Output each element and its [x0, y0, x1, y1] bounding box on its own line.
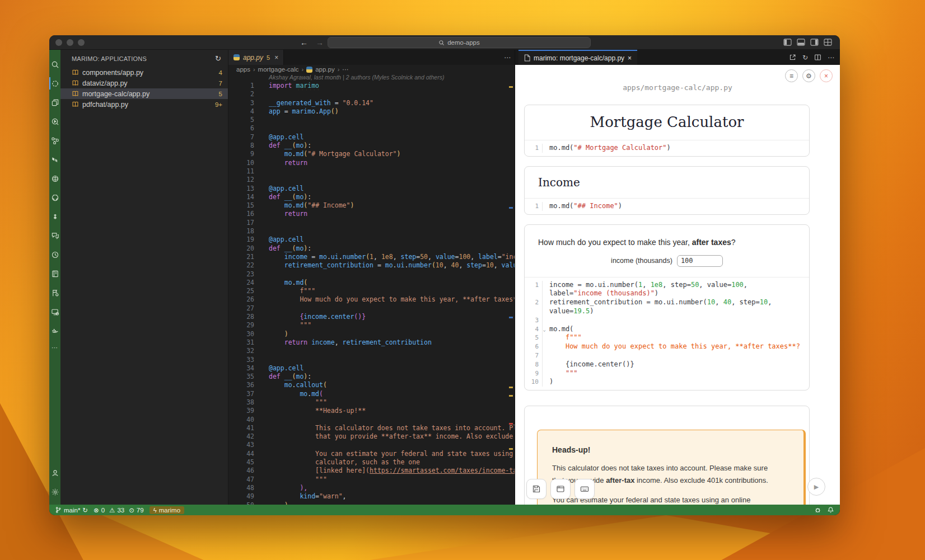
code-editor[interactable]: 1import marimo23__generated_with = "0.0.…	[228, 82, 515, 505]
code-line: 31 return income, retirement_contributio…	[228, 338, 515, 347]
menu-icon: ≡	[789, 72, 793, 80]
code-line: 18	[228, 227, 515, 236]
breadcrumb-item[interactable]: ⋯	[342, 65, 349, 73]
run-preview-icon[interactable]	[49, 112, 60, 131]
cell-card-title[interactable]: Mortgage Calculator 1mo.md("# Mortgage C…	[524, 105, 810, 157]
settings-gear-icon[interactable]	[49, 482, 60, 501]
bolt-icon: ϟ	[153, 507, 157, 514]
run-all-button[interactable]: ▶	[807, 478, 825, 496]
toggle-panel-icon[interactable]	[797, 39, 805, 46]
code-line: 19@app.cell	[228, 236, 515, 244]
code-line: 10 return	[228, 159, 515, 167]
dropbox-icon[interactable]	[49, 207, 60, 226]
activity-bar: ⋯	[49, 50, 60, 505]
customize-layout-icon[interactable]	[824, 39, 832, 46]
settings-button[interactable]: ⚙	[802, 69, 815, 82]
command-center-search[interactable]: demo-apps	[328, 37, 591, 48]
open-external-icon[interactable]	[789, 54, 796, 61]
code-line: 22 retirement_contribution = mo.ui.numbe…	[228, 261, 515, 270]
problems-item[interactable]: ⊗ 0 ⚠ 33 ⊙ 79	[94, 506, 144, 514]
testing-flag-icon[interactable]	[49, 283, 60, 302]
tab-marimo-webview[interactable]: marimo: mortgage-calc/app.py ×	[518, 50, 637, 65]
toggle-secondary-sidebar-icon[interactable]	[810, 39, 819, 46]
warning-mark	[509, 86, 513, 88]
keyboard-shortcuts-button[interactable]	[574, 479, 595, 499]
menu-button[interactable]: ≡	[785, 69, 798, 82]
open-in-browser-button[interactable]	[550, 479, 571, 499]
breadcrumb-item[interactable]: app.py	[315, 66, 335, 73]
callout-title: Heads-up!	[552, 445, 789, 454]
breadcrumb[interactable]: apps › mortgage-calc › app.py › ⋯	[228, 65, 515, 74]
marimo-extension-icon[interactable]	[49, 74, 60, 93]
toggle-sidebar-icon[interactable]	[783, 39, 792, 46]
minimize-window-button[interactable]	[67, 39, 73, 46]
code-line: 29 """	[228, 321, 515, 330]
remote-monitor-icon[interactable]	[49, 302, 60, 321]
cell-code[interactable]: 1mo.md("## Income")	[525, 198, 809, 214]
income-number-input[interactable]	[677, 255, 723, 267]
refresh-icon[interactable]: ↻	[215, 54, 221, 63]
close-window-button[interactable]	[55, 39, 62, 46]
code-line: 13@app.cell	[228, 185, 515, 193]
notifications-bell-icon[interactable]	[827, 506, 834, 514]
code-line: 44 You can estimate your federal and sta…	[228, 450, 515, 458]
account-icon[interactable]	[49, 463, 60, 482]
code-line: 1import marimo	[228, 82, 515, 90]
code-line: 45 calculator, such as the one	[228, 458, 515, 467]
history-clock-icon[interactable]	[49, 245, 60, 264]
split-editor-icon[interactable]	[814, 54, 821, 61]
more-views-icon[interactable]: ⋯	[52, 340, 58, 355]
history-forward-button[interactable]: →	[316, 38, 324, 47]
notebook-icon[interactable]	[49, 264, 60, 283]
code-line: 20def __(mo):	[228, 244, 515, 253]
history-back-button[interactable]: ←	[300, 38, 308, 47]
notebook-h1: Mortgage Calculator	[525, 105, 809, 140]
code-line: 36 mo.callout(	[228, 381, 515, 389]
editor-actions-more-icon[interactable]: ⋯	[504, 50, 511, 65]
symbols-icon[interactable]	[49, 131, 60, 150]
more-actions-icon[interactable]: ⋯	[828, 54, 834, 62]
cell-code[interactable]: 1mo.md("# Mortgage Calculator")	[525, 140, 809, 156]
fold-chevron-icon[interactable]: ⌄	[543, 326, 546, 335]
code-line: 28 {income.center()}	[228, 313, 515, 321]
sidebar-item-components[interactable]: components/app.py 4	[60, 67, 228, 78]
comments-icon[interactable]	[49, 226, 60, 245]
shutdown-button[interactable]: ×	[820, 69, 833, 82]
globe-icon[interactable]	[49, 169, 60, 188]
github-icon[interactable]	[49, 188, 60, 207]
terraform-icon[interactable]	[49, 150, 60, 169]
refresh-icon[interactable]: ↻	[802, 54, 808, 62]
breadcrumb-item[interactable]: apps	[236, 66, 250, 73]
save-button[interactable]	[526, 479, 546, 499]
code-line: 16 return	[228, 210, 515, 218]
cell-code[interactable]: 1income = mo.ui.number(1, 1e8, step=50, …	[525, 277, 809, 390]
breadcrumb-item[interactable]: mortgage-calc	[258, 66, 299, 73]
search-icon	[438, 40, 445, 46]
search-icon[interactable]	[49, 55, 60, 74]
maximize-window-button[interactable]	[78, 39, 85, 46]
file-name: dataviz/app.py	[82, 79, 216, 87]
gear-icon: ⚙	[806, 72, 812, 80]
cell-card-income[interactable]: Income 1mo.md("## Income")	[524, 166, 810, 215]
tab-app-py[interactable]: app.py 5 ×	[228, 50, 284, 65]
code-line: 23	[228, 270, 515, 279]
breadcrumb-separator-icon: ›	[301, 66, 303, 73]
debug-bug-icon[interactable]	[814, 506, 821, 514]
cell-card-income-form[interactable]: How much do you expect to make this year…	[524, 224, 810, 391]
play-icon: ▶	[814, 483, 819, 491]
git-blame-annotation: Akshay Agrawal, last month | 2 authors (…	[228, 74, 515, 82]
close-tab-icon[interactable]: ×	[628, 54, 632, 62]
sync-icon[interactable]: ↻	[82, 506, 88, 514]
docker-icon[interactable]	[49, 321, 60, 340]
sidebar-item-mortgage-calc[interactable]: mortgage-calc/app.py 5	[60, 88, 228, 99]
code-line: 37 mo.md(	[228, 390, 515, 398]
explorer-files-icon[interactable]	[49, 93, 60, 112]
code-line: 1income = mo.ui.number(1, 1e8, step=50, …	[525, 281, 809, 299]
sidebar-item-dataviz[interactable]: dataviz/app.py 7	[60, 78, 228, 88]
close-tab-icon[interactable]: ×	[274, 54, 278, 62]
overview-ruler[interactable]	[508, 82, 515, 505]
git-branch-item[interactable]: main* ↻	[55, 506, 88, 514]
marimo-status-item[interactable]: ϟ marimo	[150, 506, 184, 514]
sidebar-item-pdfchat[interactable]: pdfchat/app.py 9+	[60, 99, 228, 110]
code-line: 30 )	[228, 330, 515, 338]
